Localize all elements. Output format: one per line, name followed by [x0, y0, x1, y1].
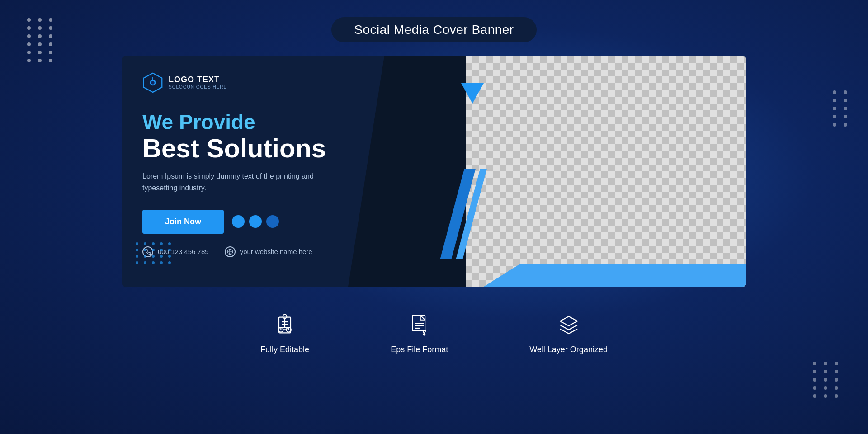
svg-point-6 [283, 315, 287, 319]
circle-dot-1 [232, 215, 245, 228]
triangle-accent [461, 83, 484, 104]
layers-icon [555, 311, 582, 339]
banner-card: LOGO TEXT SOLOGUN GOES HERE We Provide B… [122, 56, 746, 287]
eps-format-icon [406, 311, 433, 339]
blue-bottom-accent [484, 264, 746, 287]
svg-marker-21 [560, 316, 577, 326]
feature-fully-editable: Fully Editable [260, 311, 309, 354]
website-contact: your website name here [225, 246, 312, 257]
banner-right [384, 56, 746, 287]
circle-dot-3 [266, 215, 279, 228]
feature-layers: Well Layer Organized [529, 311, 608, 354]
page-title: Social Media Cover Banner [331, 17, 536, 42]
features-section: Fully Editable Eps File Format [260, 311, 608, 354]
circle-dot-2 [249, 215, 262, 228]
fully-editable-icon [271, 311, 298, 339]
dots-decoration-right [833, 90, 850, 127]
svg-point-2 [151, 81, 154, 84]
layers-label: Well Layer Organized [529, 345, 608, 354]
website-name: your website name here [240, 248, 312, 255]
circle-dots-decoration [232, 215, 279, 228]
banner-description: Lorem Ipsum is simply dummy text of the … [142, 170, 323, 193]
eps-format-label: Eps File Format [391, 345, 448, 354]
globe-icon [225, 246, 236, 257]
logo-area: LOGO TEXT SOLOGUN GOES HERE [142, 72, 409, 93]
dots-decoration-topleft [27, 18, 55, 62]
join-now-button[interactable]: Join Now [142, 210, 224, 234]
logo-text: LOGO TEXT SOLOGUN GOES HERE [169, 75, 227, 90]
feature-eps-format: Eps File Format [391, 311, 448, 354]
dots-decoration-bottomright [813, 362, 841, 398]
logo-icon [142, 72, 163, 93]
fully-editable-label: Fully Editable [260, 345, 309, 354]
headline-provide: We Provide [142, 111, 409, 134]
svg-point-20 [423, 334, 425, 335]
card-dots-decoration [136, 242, 173, 264]
